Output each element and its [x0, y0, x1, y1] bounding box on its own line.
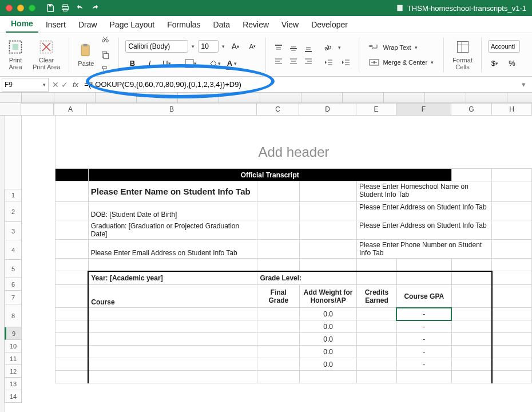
horizontal-ruler[interactable]: [22, 93, 532, 103]
font-name-input[interactable]: [125, 40, 188, 53]
cell-grad[interactable]: Graduation: [Graduation or Projected Gra…: [88, 220, 257, 240]
currency-button[interactable]: $ ▾: [488, 57, 502, 70]
row-header-2[interactable]: 2: [5, 201, 22, 222]
column-header-h[interactable]: H: [492, 103, 532, 116]
undo-icon[interactable]: [76, 3, 85, 13]
cell-e6[interactable]: [357, 259, 397, 271]
cell-d3[interactable]: [300, 202, 357, 220]
row-header-1[interactable]: 1: [5, 189, 22, 201]
cell-e14[interactable]: [357, 371, 397, 383]
cell-a3[interactable]: [55, 202, 89, 220]
cell-b10[interactable]: [88, 320, 257, 333]
align-center-icon[interactable]: [287, 56, 300, 67]
cell-g8[interactable]: [451, 285, 492, 308]
cell-f6[interactable]: [396, 259, 451, 271]
cell-h3[interactable]: [492, 202, 532, 220]
increase-font-icon[interactable]: A▴: [228, 40, 242, 53]
cell-a11[interactable]: [55, 333, 89, 346]
cell-c10[interactable]: [257, 320, 300, 333]
tab-view[interactable]: View: [276, 17, 304, 33]
close-window-button[interactable]: [6, 5, 13, 11]
column-header-c[interactable]: C: [257, 103, 299, 116]
row-header-5[interactable]: 5: [5, 260, 22, 278]
row-header-13[interactable]: 13: [5, 378, 22, 390]
cell-d4[interactable]: [300, 220, 357, 240]
tab-formulas[interactable]: Formulas: [162, 17, 205, 33]
cell-h13[interactable]: [492, 358, 532, 371]
tab-draw[interactable]: Draw: [73, 17, 102, 33]
cell-a14[interactable]: [55, 371, 89, 383]
cell-h1[interactable]: [492, 169, 532, 181]
enter-formula-icon[interactable]: ✓: [61, 80, 68, 89]
copy-button[interactable]: [98, 49, 112, 61]
orientation-button[interactable]: ab▾: [321, 41, 344, 54]
cell-dob[interactable]: DOB: [Student Date of Birth]: [88, 202, 257, 220]
format-painter-button[interactable]: [98, 64, 112, 76]
cell-a2[interactable]: [55, 181, 89, 202]
cell-g9[interactable]: [451, 308, 492, 320]
cell-year[interactable]: Year: [Academic year]: [88, 271, 257, 285]
number-format-select[interactable]: [488, 40, 520, 53]
cell-d14[interactable]: [300, 371, 357, 383]
cell-f10[interactable]: -: [396, 320, 451, 333]
fx-icon[interactable]: fx: [73, 80, 78, 89]
cell-h4[interactable]: [492, 220, 532, 240]
cell-d12[interactable]: 0.0: [300, 346, 357, 358]
cell-a9[interactable]: [55, 308, 89, 320]
cell-b12[interactable]: [88, 346, 257, 358]
tab-data[interactable]: Data: [208, 17, 236, 33]
font-size-input[interactable]: [198, 40, 219, 53]
italic-button[interactable]: I: [142, 57, 156, 70]
cell-g10[interactable]: [451, 320, 492, 333]
row-header-3[interactable]: 3: [5, 222, 22, 240]
tab-insert[interactable]: Insert: [41, 17, 71, 33]
increase-indent-icon[interactable]: [339, 56, 352, 69]
merge-center-button[interactable]: Merge & Center▾: [366, 57, 437, 68]
cell-phone[interactable]: Please Enter Phone Number on Student Inf…: [357, 240, 492, 259]
tab-developer[interactable]: Developer: [306, 17, 353, 33]
bold-button[interactable]: B: [125, 57, 139, 70]
font-color-button[interactable]: A▾: [225, 57, 239, 70]
cell-c3[interactable]: [257, 202, 300, 220]
cell-e10[interactable]: [357, 320, 397, 333]
expand-formula-bar-icon[interactable]: ▾: [522, 80, 532, 89]
align-bottom-icon[interactable]: [302, 43, 315, 54]
cell-homeschool[interactable]: Please Enter Homeschool Name on Student …: [357, 181, 492, 202]
cell-f12[interactable]: -: [396, 346, 451, 358]
cell-h7[interactable]: [492, 271, 532, 285]
row-header-12[interactable]: 12: [5, 365, 22, 378]
cell-title[interactable]: Official Transcript: [88, 169, 451, 181]
cell-e9[interactable]: [357, 308, 397, 320]
print-area-button[interactable]: Print Area: [5, 38, 26, 72]
cell-d11[interactable]: 0.0: [300, 333, 357, 346]
cell-addr2[interactable]: Please Enter Address on Student Info Tab: [357, 220, 492, 240]
cut-button[interactable]: [98, 34, 112, 46]
save-icon[interactable]: [46, 3, 55, 13]
cell-f14[interactable]: [396, 371, 451, 383]
cell-h11[interactable]: [492, 333, 532, 346]
cell-d9[interactable]: 0.0: [300, 308, 357, 320]
cell-a10[interactable]: [55, 320, 89, 333]
cell-grade-level[interactable]: Grade Level:: [257, 271, 357, 285]
row-header-7[interactable]: 7: [5, 291, 22, 304]
row-header-11[interactable]: 11: [5, 352, 22, 365]
cell-e11[interactable]: [357, 333, 397, 346]
underline-button[interactable]: U ▾: [160, 57, 173, 70]
cell-b13[interactable]: [88, 358, 257, 371]
cell-a4[interactable]: [55, 220, 89, 240]
worksheet-grid[interactable]: Official Transcript Please Enter Name on…: [55, 168, 532, 383]
cell-g14[interactable]: [451, 371, 492, 383]
cell-h9[interactable]: [492, 308, 532, 320]
cell-a1[interactable]: [55, 169, 89, 181]
cell-a12[interactable]: [55, 346, 89, 358]
cell-a6[interactable]: [55, 259, 89, 271]
cell-h-weight[interactable]: Add Weight for Honors/AP: [300, 285, 357, 308]
align-top-icon[interactable]: [272, 43, 285, 54]
cell-addr1[interactable]: Please Enter Address on Student Info Tab: [357, 202, 492, 220]
formula-input[interactable]: [81, 78, 522, 92]
cell-h-credit[interactable]: Credits Earned: [357, 285, 397, 308]
column-header-e[interactable]: E: [356, 103, 396, 116]
row-header-8[interactable]: 8: [5, 304, 22, 327]
cell-h12[interactable]: [492, 346, 532, 358]
cell-h2[interactable]: [492, 181, 532, 202]
